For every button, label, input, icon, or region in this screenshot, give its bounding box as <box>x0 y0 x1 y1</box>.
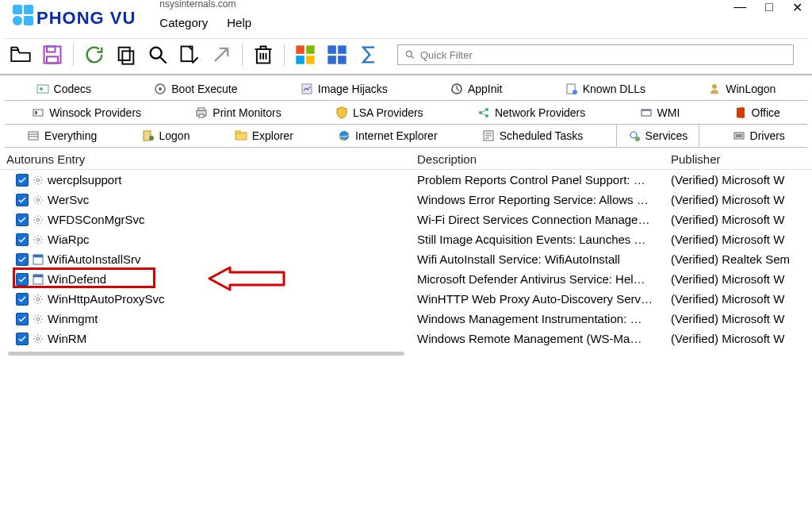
entry-description: Windows Management Instrumentation: … <box>417 312 671 325</box>
row-checkbox[interactable] <box>16 293 29 306</box>
table-row[interactable]: WFDSConMgrSvcWi-Fi Direct Services Conne… <box>0 210 812 229</box>
row-checkbox[interactable] <box>16 333 29 345</box>
table-row[interactable]: WifiAutoInstallSrvWifi AutoInstall Servi… <box>0 249 812 269</box>
entry-publisher: (Verified) Microsoft W <box>671 332 812 345</box>
window-minimize[interactable]: — <box>733 0 746 14</box>
tab-scheduled-tasks[interactable]: Scheduled Tasks <box>470 124 596 147</box>
delete-button[interactable] <box>251 42 276 67</box>
tab-icon <box>628 129 641 142</box>
svg-rect-9 <box>306 45 315 54</box>
tab-icon <box>301 83 313 95</box>
svg-rect-11 <box>306 56 315 64</box>
col-header-desc[interactable]: Description <box>417 152 671 166</box>
sigma-button[interactable] <box>356 42 381 67</box>
entry-publisher: (Verified) Microsoft W <box>671 272 812 286</box>
gear-icon <box>32 233 44 246</box>
refresh-button[interactable] <box>82 42 107 67</box>
horizontal-scroll[interactable] <box>8 352 804 360</box>
app-icon <box>32 273 44 286</box>
tab-boot-execute[interactable]: Boot Execute <box>142 77 249 100</box>
tab-label: Internet Explorer <box>355 129 438 142</box>
table-row[interactable]: WerSvcWindows Error Reporting Service: A… <box>0 190 812 210</box>
svg-point-18 <box>40 87 43 90</box>
table-row[interactable]: WinRMWindows Remote Management (WS-Ma…(V… <box>0 329 812 348</box>
windows-10-icon[interactable] <box>293 42 318 67</box>
svg-rect-26 <box>33 110 43 116</box>
row-checkbox[interactable] <box>16 174 29 187</box>
row-checkbox[interactable] <box>16 233 29 246</box>
tab-logon[interactable]: Logon <box>130 124 202 147</box>
entry-name: WFDSConMgrSvc <box>48 213 145 226</box>
tab-lsa-providers[interactable]: LSA Providers <box>324 101 435 124</box>
window-maximize[interactable]: □ <box>765 0 773 14</box>
entry-publisher: (Verified) Microsoft W <box>671 173 812 187</box>
tab-drivers[interactable]: Drivers <box>721 124 797 147</box>
row-checkbox[interactable] <box>16 194 29 206</box>
tab-icon <box>482 129 495 142</box>
copy-button[interactable] <box>113 42 139 67</box>
tab-label: Boot Execute <box>171 83 237 95</box>
tab-appinit[interactable]: AppInit <box>439 77 515 100</box>
svg-rect-36 <box>29 132 38 140</box>
tab-icon <box>338 129 350 142</box>
tab-winlogon[interactable]: WinLogon <box>696 77 787 100</box>
col-header-pub[interactable]: Publisher <box>671 152 812 166</box>
tab-office[interactable]: Office <box>722 101 792 124</box>
tab-codecs[interactable]: Codecs <box>25 77 103 100</box>
entry-publisher: (Verified) Realtek Sem <box>671 252 812 266</box>
table-row[interactable]: WiaRpcStill Image Acquisition Events: La… <box>0 229 812 249</box>
tab-explorer[interactable]: Explorer <box>223 124 305 147</box>
row-checkbox[interactable] <box>16 313 29 325</box>
tab-everything[interactable]: Everything <box>15 124 109 147</box>
app-icon <box>32 253 44 266</box>
list-header: Autoruns Entry Description Publisher <box>0 148 812 170</box>
open-button[interactable] <box>8 42 33 67</box>
gear-icon <box>32 293 44 306</box>
tab-image-hijacks[interactable]: Image Hijacks <box>289 77 400 100</box>
brand-text: PHONG VU <box>36 8 136 29</box>
windows-11-icon[interactable] <box>324 42 350 67</box>
col-header-entry[interactable]: Autoruns Entry <box>0 152 417 166</box>
quick-filter-input[interactable]: Quick Filter <box>397 44 794 65</box>
entry-description: Windows Remote Management (WS-Ma… <box>417 332 671 345</box>
save-button[interactable] <box>40 42 65 67</box>
tab-known-dlls[interactable]: Known DLLs <box>553 77 657 100</box>
tab-label: Office <box>752 106 780 119</box>
svg-point-20 <box>159 87 162 90</box>
goto-button[interactable] <box>209 42 234 67</box>
tab-print-monitors[interactable]: Print Monitors <box>183 101 293 124</box>
row-checkbox[interactable] <box>16 253 29 266</box>
entry-description: Wi-Fi Direct Services Connection Manage… <box>417 213 671 226</box>
window-close[interactable]: ✕ <box>792 0 802 15</box>
svg-rect-30 <box>199 114 204 117</box>
toolbar: Quick Filter <box>0 39 812 75</box>
tab-winsock-providers[interactable]: Winsock Providers <box>20 101 153 124</box>
jump-button[interactable] <box>177 42 202 67</box>
row-checkbox[interactable] <box>16 273 29 286</box>
table-row[interactable]: WinHttpAutoProxySvcWinHTTP Web Proxy Aut… <box>0 289 812 309</box>
tab-icon <box>154 83 167 95</box>
table-row[interactable]: WinDefendMicrosoft Defender Antivirus Se… <box>0 269 812 289</box>
entry-publisher: (Verified) Microsoft W <box>671 233 812 246</box>
find-button[interactable] <box>145 42 170 67</box>
entry-description: Windows Error Reporting Service: Allows … <box>417 193 671 206</box>
svg-point-24 <box>573 90 577 94</box>
tab-label: Scheduled Tasks <box>500 129 584 142</box>
tab-label: Print Monitors <box>213 106 281 119</box>
tab-strip: CodecsBoot ExecuteImage HijacksAppInitKn… <box>0 75 812 148</box>
row-checkbox[interactable] <box>16 214 29 226</box>
tab-wmi[interactable]: WMI <box>628 101 692 124</box>
tab-network-providers[interactable]: Network Providers <box>465 101 597 124</box>
tab-icon <box>195 106 208 119</box>
tab-icon <box>734 106 747 119</box>
table-row[interactable]: WinmgmtWindows Management Instrumentatio… <box>0 309 812 329</box>
svg-point-44 <box>635 137 640 141</box>
tab-label: Everything <box>44 129 97 142</box>
menu-category[interactable]: Category <box>159 16 208 29</box>
svg-rect-46 <box>736 134 742 137</box>
table-row[interactable]: wercplsupportProblem Reports Control Pan… <box>0 170 812 190</box>
tab-services[interactable]: Services <box>616 124 700 147</box>
entry-name: WinHttpAutoProxySvc <box>48 292 165 306</box>
menu-help[interactable]: Help <box>227 16 251 29</box>
tab-internet-explorer[interactable]: Internet Explorer <box>326 124 450 147</box>
